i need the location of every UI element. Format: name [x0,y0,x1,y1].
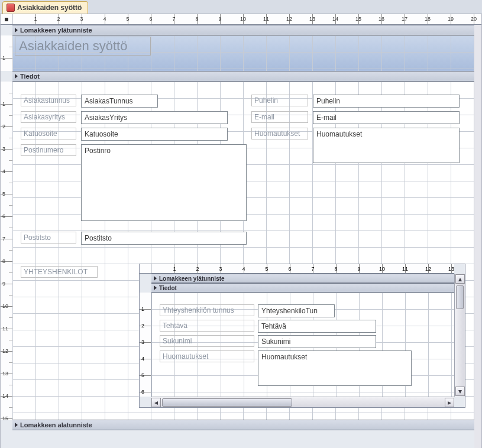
field-katuosoite[interactable]: Katuosoite [81,128,228,141]
field-postinro[interactable]: Postinro [81,144,247,221]
sub-horizontal-ruler[interactable]: 12345678910111213 [151,264,454,274]
sub-detail-body[interactable]: Yhteyshenkilön tunnus YhteyshenkiloTun T… [151,293,454,397]
sub-vertical-scrollbar[interactable]: ▴ ▾ [454,274,465,397]
field-puhelin[interactable]: Puhelin [313,95,460,108]
tab-label: Asiakkaiden syöttö [17,4,82,12]
form-title-label[interactable]: Asiakkaiden syöttö [15,37,151,56]
section-label: Lomakkeen alatunniste [20,421,92,428]
field-asiakastunnus[interactable]: AsiakasTunnus [81,95,158,108]
vertical-ruler-header[interactable]: 1 [1,35,12,71]
label-postitsto[interactable]: Postitsto [21,232,76,244]
scroll-right-button[interactable]: ▸ [445,398,454,407]
label-asiakastunnus[interactable]: Asiakastunnus [21,95,76,106]
section-label: Lomakkeen ylätunniste [20,27,92,34]
sub-label-0[interactable]: Yhteyshenkilön tunnus [160,304,254,316]
sub-horizontal-scrollbar[interactable]: ◂ ▸ [151,397,454,407]
sub-section-bar-header[interactable]: Lomakkeen ylätunniste [151,274,454,283]
field-huomautukset[interactable]: Huomautukset [313,128,460,163]
ruler-corner[interactable] [1,14,12,25]
section-bar-detail[interactable]: Tiedot [12,71,474,82]
scroll-left-button[interactable]: ◂ [151,398,161,407]
label-postinumero[interactable]: Postinumero [21,144,76,156]
sub-label-3[interactable]: Huomautukset [160,350,254,362]
section-bar-form-footer[interactable]: Lomakkeen alatunniste [12,420,474,430]
label-asiakasyritys[interactable]: Asiakasyritys [21,111,76,123]
vertical-ruler-detail[interactable]: 123456789101112131415 [1,82,12,420]
right-gutter [474,25,481,448]
label-huomautukset[interactable]: Huomautukset [251,128,308,139]
label-yhteyshenkilot[interactable]: YHTEYSHENKILOT [21,266,98,278]
scroll-thumb[interactable] [162,398,292,407]
form-header-body[interactable]: Asiakkaiden syöttö [12,35,474,71]
field-postitsto[interactable]: Postitsto [81,232,247,245]
horizontal-ruler[interactable]: 1234567891011121314151617181920 [12,14,481,25]
scroll-track[interactable] [161,398,445,407]
label-puhelin[interactable]: Puhelin [251,95,308,106]
scroll-thumb[interactable] [456,285,464,309]
form-icon [7,4,15,12]
sub-section-label: Tiedot [159,285,177,291]
label-katuosoite[interactable]: Katuosoite [21,128,76,139]
scroll-track[interactable] [455,284,465,386]
sub-label-2[interactable]: Sukunimi [160,335,254,347]
sub-section-label: Lomakkeen ylätunniste [159,275,225,282]
sub-field-2[interactable]: Sukunimi [258,335,376,348]
sub-field-3[interactable]: Huomautukset [258,350,412,386]
sub-ruler-corner[interactable] [140,264,151,274]
scroll-down-button[interactable]: ▾ [455,387,465,396]
tab-bar: Asiakkaiden syöttö [0,0,482,14]
sub-label-1[interactable]: Tehtävä [160,320,254,332]
form-tab[interactable]: Asiakkaiden syöttö [2,1,88,14]
section-bar-form-header[interactable]: Lomakkeen ylätunniste [12,25,474,35]
field-email[interactable]: E-mail [313,111,460,124]
sub-vertical-ruler[interactable]: 123456 [140,293,151,397]
sub-field-1[interactable]: Tehtävä [258,320,376,333]
scroll-up-button[interactable]: ▴ [455,274,465,284]
section-label: Tiedot [20,73,40,80]
form-designer: 1234567891011121314151617181920 Lomakkee… [0,14,482,448]
field-asiakasyritys[interactable]: AsiakasYritys [81,111,228,124]
sub-section-bar-detail[interactable]: Tiedot [151,283,454,293]
sub-field-0[interactable]: YhteyshenkiloTun [258,304,335,317]
subform-container[interactable]: 12345678910111213 Lomakkeen ylätunniste … [139,264,465,408]
detail-body[interactable]: Asiakastunnus AsiakasTunnus Asiakasyrity… [12,82,474,420]
label-email[interactable]: E-mail [251,111,308,123]
